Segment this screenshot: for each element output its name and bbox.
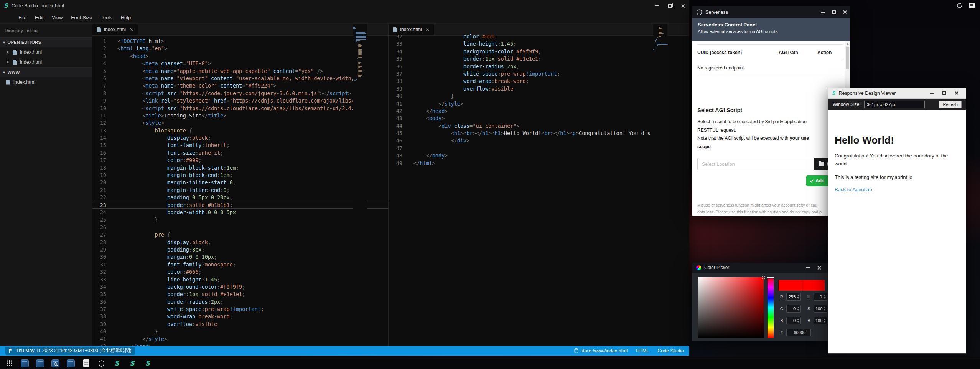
code-editor[interactable]: 32 color:#666;33 line-height:1.45;34 bac… [389,31,689,346]
minimize-button[interactable] [803,263,814,273]
code-line-35[interactable]: 35 border:1px solid #e1e1e1; [92,291,388,298]
sv-cursor[interactable] [762,276,765,279]
code-line-28[interactable]: 28 display:block; [92,239,388,246]
menu-file[interactable]: File [15,13,30,22]
code-line-46[interactable]: 46 </div> [389,137,689,144]
document-app[interactable] [82,359,91,368]
code-line-41[interactable]: 41 </style> [389,100,689,108]
scroll-up-icon[interactable] [847,43,849,45]
status-language[interactable]: HTML [636,348,649,354]
saturation-value-field[interactable] [698,277,764,338]
code-line-32[interactable]: 32 color:#666; [389,33,689,40]
code-line-36[interactable]: 36 border-radius:2px; [389,63,689,70]
code-line-5[interactable]: 5 <meta name="apple-mobile-web-app-capab… [92,68,388,75]
close-button[interactable] [676,0,689,12]
code-line-40[interactable]: 40 } [92,328,388,335]
sidebar-section-www[interactable]: ▾WWW [0,67,92,77]
code-line-25[interactable]: 25 } [92,216,388,223]
code-line-48[interactable]: 48 </body> [389,152,689,159]
refresh-button[interactable]: Refresh [939,101,962,108]
menu-help[interactable]: Help [117,13,135,22]
code-studio-app-1[interactable]: S [112,359,121,368]
code-line-42[interactable]: 42 </head> [389,108,689,115]
code-line-21[interactable]: 21 margin-inline-end:0; [92,187,388,194]
code-line-8[interactable]: 8 <script src="https://code.jquery.com/j… [92,90,388,97]
code-line-18[interactable]: 18 margin-block-start:1em; [92,164,388,172]
code-studio-app-3[interactable]: S [143,359,152,368]
code-line-26[interactable]: 26 [92,224,388,231]
menu-tools[interactable]: Tools [97,13,116,22]
color-hsb-b-input[interactable]: 100 [814,317,827,324]
sidebar-item-index-html[interactable]: index.html [0,77,92,87]
menu-edit[interactable]: Edit [31,13,47,22]
code-line-12[interactable]: 12 <style> [92,119,388,127]
minimize-button[interactable] [926,88,938,98]
close-button[interactable] [950,88,962,98]
color-rgb-r-input[interactable]: 255 [786,293,801,301]
terminal-app[interactable] [20,359,29,368]
code-line-38[interactable]: 38 word-wrap:break-word; [92,313,388,320]
tab-close-button[interactable] [130,27,133,32]
back-to-aprintlab-link[interactable]: Back to Aprintlab [835,187,872,192]
scrollbar-thumb[interactable] [846,47,849,69]
color-rgb-g-input[interactable]: 0 [786,305,801,313]
code-line-6[interactable]: 6 <meta name="viewport" content="user-sc… [92,75,388,82]
code-line-43[interactable]: 43 <body> [389,115,689,122]
hue-thumb[interactable] [767,277,774,278]
code-line-30[interactable]: 30 margin:0 0 10px; [92,253,388,261]
code-line-36[interactable]: 36 border-radius:2px; [92,298,388,306]
code-line-39[interactable]: 39 overflow:visible [389,85,689,93]
code-line-37[interactable]: 37 white-space:pre-wrap!important; [389,70,689,78]
maximize-button[interactable] [828,6,839,18]
sidebar-section-open-editors[interactable]: ▾OPEN EDITORS [0,37,92,47]
code-line-47[interactable]: 47 [389,145,689,152]
code-line-3[interactable]: 3 <head> [92,53,388,60]
minimize-button[interactable] [650,0,663,12]
color-rgb-b-input[interactable]: 0 [786,317,801,324]
code-line-34[interactable]: 34 background-color:#f9f9f9; [92,283,388,291]
menu-font-size[interactable]: Font Size [67,13,96,22]
code-line-7[interactable]: 7 <meta name="theme-color" content="#ff9… [92,82,388,89]
code-line-4[interactable]: 4 <meta charset="UTF-8"> [92,60,388,67]
code-line-39[interactable]: 39 overflow:visible [92,321,388,328]
browser-app[interactable] [66,359,75,368]
status-app-name[interactable]: Code Studio [657,348,684,354]
close-icon[interactable] [6,60,10,65]
code-studio-app-2[interactable]: S [128,359,137,368]
sidebar-item-index-html[interactable]: index.html [0,47,92,57]
code-line-33[interactable]: 33 line-height:1.45; [389,40,689,48]
refresh-icon[interactable] [956,2,963,9]
minimap[interactable] [653,24,667,346]
code-line-9[interactable]: 9 <link rel="stylesheet" href="https://c… [92,97,388,104]
code-line-16[interactable]: 16 font-size:inherit; [92,149,388,157]
stepper-icon[interactable] [797,307,799,311]
minimap[interactable] [353,24,367,346]
restore-button[interactable] [663,0,676,12]
code-line-37[interactable]: 37 white-space:pre-wrap!important; [92,306,388,313]
code-line-22[interactable]: 22 padding:0 5px 0 20px; [92,194,388,201]
code-editor[interactable]: 1<!DOCTYPE html>2<html lang="en">3 <head… [92,36,388,346]
close-button[interactable] [814,263,824,273]
color-hsb-s-input[interactable]: 100 [814,305,827,313]
code-line-20[interactable]: 20 margin-inline-start:0; [92,179,388,186]
menu-view[interactable]: View [48,13,66,22]
window-size-input[interactable]: 361px x 627px [864,101,925,108]
status-file-path[interactable]: store:/www/index.html [574,348,628,354]
minimize-button[interactable] [818,6,828,18]
script-location-input[interactable]: Select Location [697,158,814,170]
clock-status-item[interactable]: Thu May 11 2023 21:54:48 GMT+0800 (台北標準時… [5,347,135,355]
files-app[interactable] [36,359,44,368]
stepper-icon[interactable] [824,319,826,323]
code-line-1[interactable]: 1<!DOCTYPE html> [92,38,388,45]
stepper-icon[interactable] [797,295,799,299]
code-line-45[interactable]: 45 <h1><br></h1><h1>Hello World!<br></h1… [389,130,689,137]
color-hex-input[interactable]: ff0000 [786,329,811,336]
code-line-40[interactable]: 40 } [389,93,689,100]
code-line-14[interactable]: 14 display:block; [92,134,388,142]
code-line-27[interactable]: 27 pre { [92,231,388,238]
code-line-38[interactable]: 38 word-wrap:break-word; [389,78,689,85]
code-line-35[interactable]: 35 border:1px solid #e1e1e1; [389,55,689,63]
code-line-32[interactable]: 32 color:#666; [92,268,388,276]
code-line-44[interactable]: 44 <div class="ui container"> [389,122,689,130]
code-line-11[interactable]: 11 <title>Testing Site</title> [92,112,388,119]
